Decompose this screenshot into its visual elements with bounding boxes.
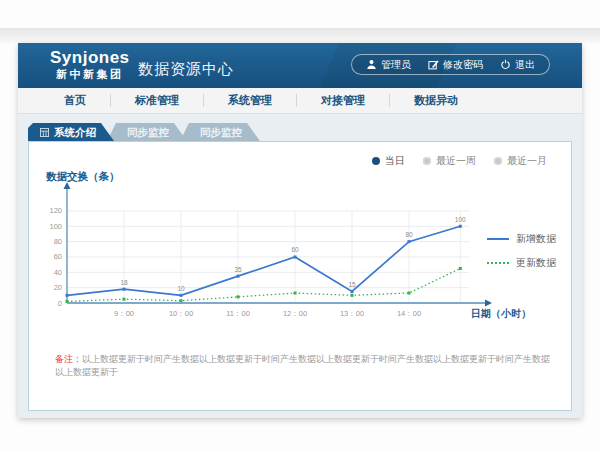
browser-chrome-strip	[0, 28, 600, 43]
svg-text:80: 80	[405, 231, 413, 238]
main-nav: 首页 标准管理 系统管理 对接管理 数据异动	[18, 88, 582, 114]
user-icon	[366, 59, 377, 70]
radio-label: 最近一月	[507, 154, 547, 168]
legend-label: 新增数据	[516, 232, 556, 246]
svg-text:0: 0	[58, 299, 62, 308]
footnote-prefix: 备注：	[55, 354, 82, 364]
radio-label: 当日	[385, 154, 405, 168]
page-title: 数据资源中心	[138, 60, 234, 79]
nav-item-system-mgmt[interactable]: 系统管理	[204, 88, 296, 113]
svg-text:60: 60	[291, 246, 299, 253]
radio-today[interactable]: 当日	[372, 154, 405, 168]
change-password-label: 修改密码	[443, 58, 483, 72]
svg-text:13：00: 13：00	[340, 309, 364, 318]
tab-bar: 系统介绍 同步监控 同步监控	[28, 123, 260, 141]
tab-label: 同步监控	[127, 123, 169, 141]
radio-last-week[interactable]: 最近一周	[423, 154, 476, 168]
radio-dot-icon	[372, 157, 380, 165]
logout-button[interactable]: 退出	[500, 58, 535, 72]
footnote: 备注：以上数据更新于时间产生数据以上数据更新于时间产生数据以上数据更新于时间产生…	[55, 353, 551, 379]
svg-text:60: 60	[54, 252, 62, 261]
svg-text:18: 18	[120, 279, 128, 286]
radio-dot-icon	[423, 157, 431, 165]
legend-item-updated-data[interactable]: 更新数据	[487, 256, 556, 270]
current-user-button[interactable]: 管理员	[366, 58, 411, 72]
svg-text:日期（小时）: 日期（小时）	[471, 308, 531, 319]
tab-label: 系统介绍	[54, 123, 96, 141]
tab-label: 同步监控	[200, 123, 242, 141]
edit-icon	[428, 59, 439, 70]
svg-text:40: 40	[54, 268, 62, 277]
svg-text:20: 20	[54, 283, 62, 292]
svg-text:14：00: 14：00	[397, 309, 421, 318]
svg-text:11：00: 11：00	[226, 309, 250, 318]
nav-item-integration-mgmt[interactable]: 对接管理	[297, 88, 389, 113]
svg-text:10: 10	[177, 285, 185, 292]
nav-item-data-changes[interactable]: 数据异动	[390, 88, 482, 113]
legend-item-new-data[interactable]: 新增数据	[487, 232, 556, 246]
chart-panel: 当日 最近一周 最近一月 0204060801001209：0010：0011：…	[28, 141, 572, 411]
svg-text:80: 80	[54, 237, 62, 246]
svg-text:数据交换（条）: 数据交换（条）	[45, 170, 120, 183]
dotted-line-icon	[487, 262, 509, 264]
tab-sync-monitor-2[interactable]: 同步监控	[180, 123, 260, 141]
svg-text:100: 100	[455, 216, 466, 223]
line-chart: 0204060801001209：0010：0011：0012：0013：001…	[41, 170, 541, 332]
svg-text:12：00: 12：00	[283, 309, 307, 318]
radio-dot-icon	[494, 157, 502, 165]
company-logo: Synjones 新中新集团	[50, 48, 130, 81]
content-area: 系统介绍 同步监控 同步监控 当日 最近一周	[18, 114, 582, 418]
radio-last-month[interactable]: 最近一月	[494, 154, 547, 168]
change-password-button[interactable]: 修改密码	[428, 58, 483, 72]
svg-text:35: 35	[234, 266, 242, 273]
power-icon	[500, 59, 511, 70]
current-user-label: 管理员	[381, 58, 411, 72]
nav-item-standard-mgmt[interactable]: 标准管理	[111, 88, 203, 113]
app-header: Synjones 新中新集团 数据资源中心 管理员 修改密码 退出	[18, 43, 582, 88]
solid-line-icon	[487, 238, 509, 240]
logo-company-name: 新中新集团	[50, 67, 130, 81]
tab-system-intro[interactable]: 系统介绍	[28, 123, 114, 141]
logout-label: 退出	[515, 58, 535, 72]
logo-brand-text: Synjones	[50, 48, 130, 67]
tab-sync-monitor-1[interactable]: 同步监控	[107, 123, 187, 141]
svg-text:120: 120	[49, 206, 62, 215]
nav-item-home[interactable]: 首页	[40, 88, 110, 113]
user-toolbar: 管理员 修改密码 退出	[351, 54, 550, 75]
svg-text:15: 15	[348, 281, 356, 288]
svg-text:10：00: 10：00	[169, 309, 193, 318]
app-window: Synjones 新中新集团 数据资源中心 管理员 修改密码 退出	[18, 43, 582, 418]
svg-text:100: 100	[49, 222, 62, 231]
radio-label: 最近一周	[436, 154, 476, 168]
legend-label: 更新数据	[516, 256, 556, 270]
grid-icon	[40, 128, 49, 137]
svg-text:9：00: 9：00	[114, 309, 134, 318]
footnote-text: 以上数据更新于时间产生数据以上数据更新于时间产生数据以上数据更新于时间产生数据以…	[55, 354, 550, 377]
time-range-filter: 当日 最近一周 最近一月	[372, 154, 547, 168]
chart-legend: 新增数据 更新数据	[487, 232, 556, 270]
